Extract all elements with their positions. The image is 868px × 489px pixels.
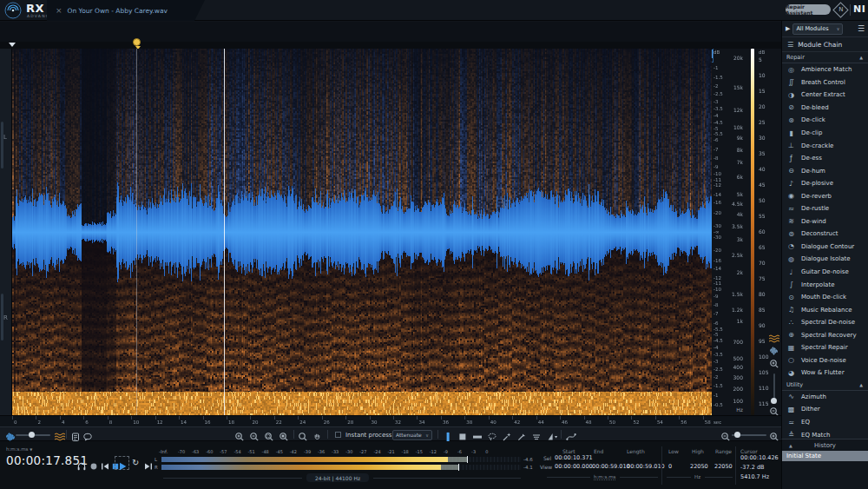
waveform-view-icon[interactable] xyxy=(5,429,16,439)
tab-close-icon[interactable]: × xyxy=(56,7,62,15)
frequency-selection-tool[interactable] xyxy=(472,429,483,439)
history-item[interactable]: Initial State xyxy=(782,451,868,461)
module-item[interactable]: ○Voice De-noise xyxy=(782,354,868,367)
collapse-icon[interactable]: ▲ xyxy=(789,443,792,448)
module-item[interactable]: ⊙Mouth De-click xyxy=(782,291,868,304)
module-item[interactable]: ♫Music Rebalance xyxy=(782,303,868,316)
wand-adjust-tool[interactable] xyxy=(516,429,527,439)
module-item[interactable]: ◍Dialogue Isolate xyxy=(782,253,868,266)
module-item[interactable]: ⊛De-click xyxy=(782,114,868,127)
module-item[interactable]: ≋De-wind xyxy=(782,215,868,228)
time-frequency-selection-tool[interactable] xyxy=(457,429,468,439)
feather-tool[interactable] xyxy=(546,429,556,439)
spectrogram-colorbar[interactable] xyxy=(751,49,754,415)
zoom-in-vertical-icon[interactable] xyxy=(769,359,779,369)
module-item[interactable]: ◑Center Extract xyxy=(782,89,868,102)
view-start-value[interactable]: 00:00:00.000 xyxy=(555,463,593,470)
sel-start-value[interactable]: 00:00:10.371 xyxy=(555,454,593,461)
spectrogram-canvas[interactable] xyxy=(12,49,712,415)
blend-slider-handle[interactable] xyxy=(29,432,35,438)
amp-tick: -0.5 xyxy=(713,403,723,408)
brush-tool[interactable] xyxy=(531,429,542,439)
zoom-out-icon[interactable] xyxy=(249,429,260,439)
time-ruler[interactable]: 0246810121416182022242628303234363840424… xyxy=(0,415,781,426)
rx-logo-icon xyxy=(4,2,22,19)
time-selection-tool[interactable] xyxy=(443,429,453,439)
module-icon: ⊕ xyxy=(786,331,796,339)
go-to-start-button[interactable] xyxy=(100,459,110,469)
spectrogram-view-icon[interactable] xyxy=(54,429,64,439)
module-item[interactable]: ⊘De-bleed xyxy=(782,102,868,115)
history-header[interactable]: ▲ History xyxy=(782,439,868,451)
draw-curve-tool[interactable] xyxy=(566,429,576,439)
instant-process-checkbox[interactable] xyxy=(335,432,341,438)
h-zoom-in-icon[interactable] xyxy=(769,429,779,439)
module-item[interactable]: ▮De-clip xyxy=(782,127,868,140)
zoom-to-selection-icon[interactable] xyxy=(264,429,274,439)
repair-assistant-button[interactable]: Repair Assistant xyxy=(786,4,831,15)
module-item[interactable]: ▩Dither xyxy=(782,403,868,416)
module-item[interactable]: ∬Breath Control xyxy=(782,76,868,89)
title-bar: RX ADVANCED × On Your Own - Abby Carey.w… xyxy=(0,0,868,21)
module-item[interactable]: ◎Ambience Match xyxy=(782,63,868,76)
lasso-selection-tool[interactable] xyxy=(487,429,497,439)
file-tab[interactable]: × On Your Own - Abby Carey.wav xyxy=(47,0,205,21)
module-chain-item[interactable]: ☰ Module Chain xyxy=(782,37,868,52)
time-unit-label[interactable]: h:m:s.ms xyxy=(594,474,615,480)
view-length-value[interactable]: 00:00:59.010 xyxy=(627,463,665,470)
module-filter-dropdown[interactable]: All Modules ∨ xyxy=(792,23,843,35)
spectrogram-blend-icon[interactable] xyxy=(768,334,780,343)
module-item[interactable]: ∿Azimuth xyxy=(782,391,868,404)
play-button[interactable] xyxy=(117,459,128,469)
time-format-label[interactable]: h:m:s.ms ▼ xyxy=(6,446,32,452)
module-item[interactable]: ≙EQ Match xyxy=(782,428,868,439)
zoom-tool-icon[interactable] xyxy=(298,429,308,439)
module-item[interactable]: ⊖De-hum xyxy=(782,164,868,177)
channel-grip[interactable] xyxy=(1,122,3,169)
module-item[interactable]: ∫Interpolate xyxy=(782,278,868,291)
module-item[interactable]: ♪De-plosive xyxy=(782,177,868,190)
section-header-repair[interactable]: Repair▲ xyxy=(782,52,868,63)
comment-icon[interactable] xyxy=(82,429,93,439)
module-item[interactable]: ⊕Spectral Recovery xyxy=(782,328,868,341)
view-end-value[interactable]: 00:00:59.010 xyxy=(592,463,630,470)
module-item[interactable]: ⊥De-crackle xyxy=(782,139,868,152)
record-button[interactable] xyxy=(89,459,99,469)
clipboard-icon[interactable] xyxy=(70,429,81,439)
magic-wand-tool[interactable] xyxy=(502,429,512,439)
module-item[interactable]: ▦Spectral Repair xyxy=(782,341,868,354)
loop-button[interactable]: ↻ xyxy=(132,458,142,468)
h-zoom-out-icon[interactable] xyxy=(720,429,731,439)
h-zoom-handle[interactable] xyxy=(734,432,740,438)
waveform-blend-icon[interactable] xyxy=(769,347,779,355)
module-item[interactable]: ⊚Deconstruct xyxy=(782,228,868,241)
module-item[interactable]: ◕Wow & Flutter xyxy=(782,367,868,380)
preview-play-icon[interactable]: ▶ xyxy=(786,25,790,32)
module-item[interactable]: ◔Dialogue Contour xyxy=(782,241,868,254)
vertical-zoom-handle[interactable] xyxy=(771,398,777,404)
module-item[interactable]: ♩Guitar De-noise xyxy=(782,266,868,279)
module-icon: ♫ xyxy=(786,306,796,314)
hand-tool-icon[interactable] xyxy=(312,429,323,439)
plugin-badge-icon[interactable]: N xyxy=(832,2,848,17)
go-to-end-button[interactable] xyxy=(143,459,154,469)
section-header-utility[interactable]: Utility▲ xyxy=(782,380,868,391)
zoom-in-icon[interactable] xyxy=(234,429,245,439)
monitor-icon[interactable] xyxy=(76,459,87,469)
panel-menu-icon[interactable]: ☰ xyxy=(858,25,865,33)
freq-high-value[interactable]: 22050 xyxy=(690,463,708,470)
freq-low-value[interactable]: 0 xyxy=(668,463,672,470)
module-item[interactable]: ≈De-rustle xyxy=(782,202,868,215)
zoom-fit-icon[interactable] xyxy=(279,429,289,439)
cursor-pin-marker[interactable] xyxy=(133,38,141,46)
colorbar-tick: 75 xyxy=(759,276,766,281)
freq-range-value[interactable]: 22050 xyxy=(714,463,733,470)
loop-start-marker[interactable] xyxy=(9,43,16,47)
process-mode-select[interactable]: Attenuate ∨ xyxy=(392,430,432,440)
module-item[interactable]: ◉De-reverb xyxy=(782,189,868,202)
channel-strip[interactable]: L R xyxy=(0,49,12,415)
module-item[interactable]: ƒDe-ess xyxy=(782,152,868,165)
marker-lane[interactable] xyxy=(0,42,868,49)
module-item[interactable]: ∴Spectral De-noise xyxy=(782,316,868,329)
module-item[interactable]: ≃EQ xyxy=(782,416,868,429)
